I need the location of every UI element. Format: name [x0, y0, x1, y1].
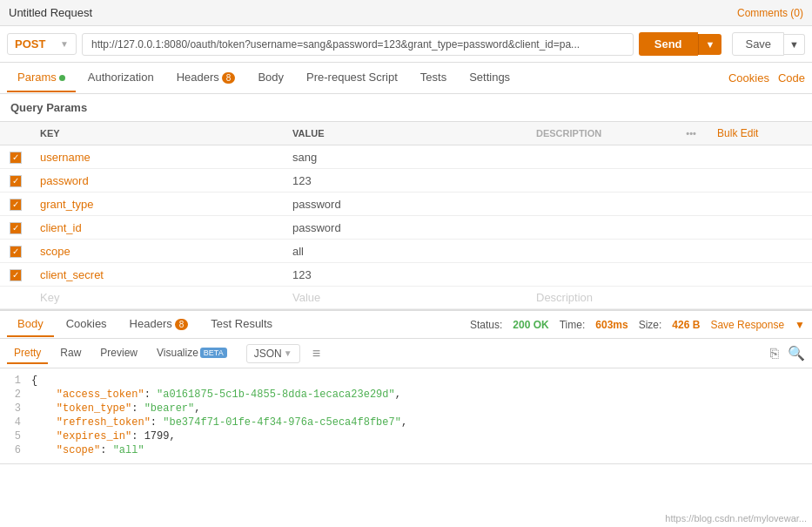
row-checkbox[interactable]: [10, 246, 22, 258]
format-dropdown-icon: ▼: [284, 348, 292, 358]
save-response-dropdown[interactable]: ▼: [795, 319, 805, 331]
save-response-button[interactable]: Save Response: [710, 319, 784, 331]
placeholder-description: Description: [527, 287, 674, 309]
method-select[interactable]: POST ▼: [7, 33, 77, 55]
bottom-tab-headers[interactable]: Headers8: [119, 312, 199, 337]
code-link[interactable]: Code: [778, 71, 805, 84]
table-row: client_secret 123: [0, 263, 812, 287]
row-key[interactable]: grant_type: [31, 193, 284, 216]
search-icon[interactable]: 🔍: [788, 345, 805, 361]
row-more: [674, 145, 708, 169]
row-value[interactable]: all: [284, 240, 527, 263]
row-description: [527, 240, 674, 263]
bottom-tabs-bar: Body Cookies Headers8 Test Results Statu…: [0, 309, 812, 339]
row-checkbox[interactable]: [10, 152, 22, 164]
code-content: "access_token": "a0161875-5c1b-4855-8dda…: [31, 388, 812, 401]
code-content: {: [31, 375, 812, 387]
table-row: username sang: [0, 145, 812, 169]
row-more: [674, 169, 708, 193]
save-button-group: Save ▼: [732, 32, 805, 56]
code-line: 6 "scope": "all": [0, 443, 812, 457]
beta-badge: BETA: [200, 348, 227, 358]
row-key[interactable]: client_id: [31, 216, 284, 240]
row-key[interactable]: scope: [31, 240, 284, 263]
col-description: DESCRIPTION: [527, 122, 674, 145]
tab-settings[interactable]: Settings: [459, 64, 520, 92]
url-bar: POST ▼ Send ▼ Save ▼: [0, 26, 812, 63]
row-key[interactable]: client_secret: [31, 263, 284, 287]
line-number: 3: [0, 402, 31, 415]
code-content: "token_type": "bearer",: [31, 402, 812, 415]
tabs-bar: Params Authorization Headers8 Body Pre-r…: [0, 63, 812, 94]
size-value: 426 B: [672, 319, 700, 331]
tab-params[interactable]: Params: [7, 64, 76, 92]
comments-link[interactable]: Comments (0): [737, 7, 803, 19]
tab-tests[interactable]: Tests: [410, 64, 457, 92]
row-checkbox[interactable]: [10, 175, 22, 187]
code-area: 1{2 "access_token": "a0161875-5c1b-4855-…: [0, 368, 812, 464]
send-dropdown-button[interactable]: ▼: [698, 34, 722, 55]
indent-icon[interactable]: ≡: [312, 346, 320, 361]
format-tab-pretty[interactable]: Pretty: [7, 343, 48, 364]
code-line: 1{: [0, 374, 812, 388]
bottom-tab-body[interactable]: Body: [7, 312, 54, 337]
code-line: 4 "refresh_token": "be374f71-01fe-4f34-9…: [0, 416, 812, 429]
format-tab-visualize[interactable]: Visualize BETA: [150, 343, 234, 364]
method-dropdown-icon: ▼: [60, 39, 69, 49]
tab-headers[interactable]: Headers8: [166, 64, 246, 92]
code-line: 3 "token_type": "bearer",: [0, 402, 812, 416]
cookies-link[interactable]: Cookies: [728, 71, 769, 84]
row-more: [674, 240, 708, 263]
row-description: [527, 145, 674, 169]
row-description: [527, 193, 674, 216]
row-more: [674, 216, 708, 240]
row-key[interactable]: username: [31, 145, 284, 169]
row-checkbox[interactable]: [10, 199, 22, 211]
row-value[interactable]: password: [284, 216, 527, 240]
table-row: grant_type password: [0, 193, 812, 216]
tab-authorization[interactable]: Authorization: [77, 64, 164, 92]
more-icon[interactable]: •••: [686, 128, 696, 139]
format-tab-preview[interactable]: Preview: [93, 343, 144, 364]
code-line: 5 "expires_in": 1799,: [0, 429, 812, 443]
format-bar: Pretty Raw Preview Visualize BETA JSON ▼…: [0, 339, 812, 368]
row-description: [527, 216, 674, 240]
line-number: 5: [0, 430, 31, 443]
query-params-title: Query Params: [0, 94, 812, 122]
row-more: [674, 263, 708, 287]
row-value[interactable]: password: [284, 193, 527, 216]
bottom-tab-cookies[interactable]: Cookies: [56, 312, 117, 337]
tab-pre-request-script[interactable]: Pre-request Script: [296, 64, 408, 92]
time-label: Time:: [560, 319, 586, 331]
size-label: Size:: [639, 319, 662, 331]
line-number: 4: [0, 416, 31, 429]
format-tab-raw[interactable]: Raw: [53, 343, 88, 364]
send-button[interactable]: Send: [639, 32, 698, 56]
line-number: 1: [0, 375, 31, 387]
row-checkbox[interactable]: [10, 269, 22, 281]
save-dropdown-button[interactable]: ▼: [784, 34, 805, 55]
copy-icon[interactable]: ⎘: [770, 345, 779, 361]
placeholder-key[interactable]: Key: [31, 287, 284, 309]
time-value: 603ms: [595, 319, 627, 331]
url-input[interactable]: [82, 33, 634, 56]
row-value[interactable]: 123: [284, 263, 527, 287]
code-content: "scope": "all": [31, 444, 812, 456]
row-key[interactable]: password: [31, 169, 284, 193]
bulk-edit-btn[interactable]: Bulk Edit: [708, 122, 812, 145]
tab-body[interactable]: Body: [247, 64, 294, 92]
row-value[interactable]: 123: [284, 169, 527, 193]
row-description: [527, 263, 674, 287]
save-button[interactable]: Save: [732, 32, 784, 56]
row-checkbox[interactable]: [10, 222, 22, 234]
row-extra: [708, 263, 812, 287]
code-content: "expires_in": 1799,: [31, 430, 812, 443]
bottom-tab-test-results[interactable]: Test Results: [200, 312, 283, 337]
placeholder-value[interactable]: Value: [284, 287, 527, 309]
col-more: •••: [674, 122, 708, 145]
send-button-group: Send ▼: [639, 32, 722, 56]
line-number: 6: [0, 444, 31, 456]
format-select[interactable]: JSON ▼: [246, 344, 300, 363]
title-bar: Untitled Request Comments (0): [0, 0, 812, 26]
row-value[interactable]: sang: [284, 145, 527, 169]
